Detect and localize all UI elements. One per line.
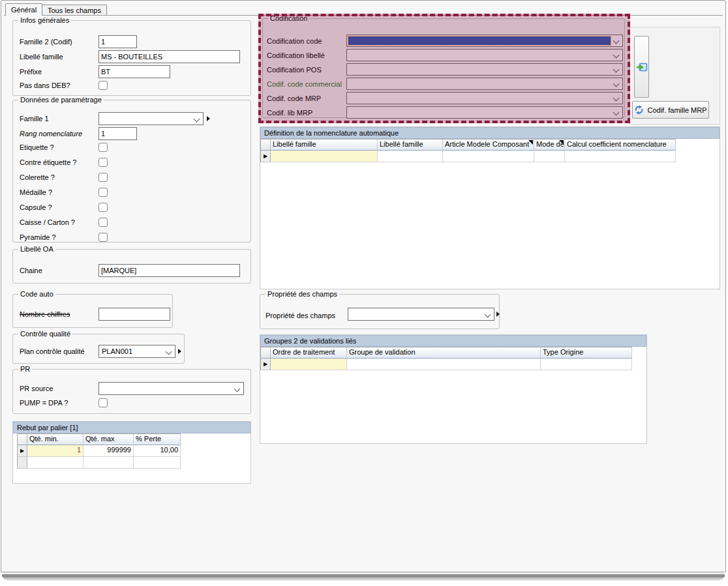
propriete-des-champs-combobox[interactable]: [348, 308, 494, 321]
drill-right-icon[interactable]: [496, 312, 500, 317]
pas-dans-deb-label: Pas dans DEB?: [20, 79, 70, 92]
chaine-input[interactable]: [99, 264, 240, 277]
caisse-carton-label: Caisse / Carton ?: [20, 216, 75, 229]
codification-pos-label: Codification POS: [267, 63, 322, 76]
medaille-checkbox[interactable]: [99, 188, 108, 197]
plan-controle-qualite-label: Plan contrôle qualité: [20, 345, 85, 358]
colerette-checkbox[interactable]: [99, 173, 108, 182]
chaine-label: Chaine: [20, 264, 42, 277]
group-libelle-oa-title: Libellé OA: [18, 245, 55, 254]
rebut-col-qte-max[interactable]: Qté. max: [83, 434, 134, 445]
rebut-cell-qte-min[interactable]: 1: [27, 445, 83, 457]
import-into-box-icon: [636, 61, 648, 73]
rang-nomenclature-input[interactable]: [99, 127, 137, 140]
group-codification: Codification Codification code Codificat…: [262, 18, 625, 118]
nomen-col-mode-de-fab[interactable]: Mode de fab: [534, 139, 565, 151]
empty-cell[interactable]: [134, 457, 181, 469]
rebut-cell-perte[interactable]: 10,00: [134, 445, 181, 457]
group-infos-generales: Infos générales Famille 2 (Codif) Libell…: [12, 20, 251, 96]
chevron-down-icon: [613, 38, 620, 44]
chevron-down-icon: [485, 312, 491, 318]
nomen-col-article-modele-composant[interactable]: Article Modele Composant: [443, 139, 534, 151]
row-selector-cell[interactable]: ▶: [261, 359, 271, 370]
nomen-col-calcul-coefficient[interactable]: Calcul coefficient nomenclature: [565, 139, 676, 151]
tab-tous-les-champs[interactable]: Tous les champs: [42, 5, 107, 15]
plan-controle-qualite-value: PLAN001: [102, 347, 132, 355]
chevron-down-icon: [234, 386, 241, 392]
row-selector-cell[interactable]: ▶: [18, 445, 27, 457]
empty-cell[interactable]: [347, 359, 541, 370]
table-row: ▶: [261, 151, 676, 162]
groupes2-grid: Ordre de traitement Groupe de validation…: [260, 347, 632, 370]
colerette-label: Colerette ?: [20, 171, 55, 184]
pr-source-label: PR source: [20, 382, 53, 395]
group-pr: PR PR source PUMP = DPA ?: [12, 369, 251, 414]
nombre-chiffres-input[interactable]: [99, 308, 170, 321]
chevron-down-icon: [166, 349, 172, 355]
pr-source-combobox[interactable]: [99, 382, 244, 395]
contre-etiquette-checkbox[interactable]: [99, 158, 108, 167]
codif-lib-mrp-combobox[interactable]: [346, 106, 623, 119]
rebut-grid: Qté. min. Qté. max % Perte ▶ 1 999999 10…: [17, 433, 181, 469]
grp2-cell-active[interactable]: [271, 359, 347, 370]
right-button-panel: Codif. famille MRP: [629, 27, 720, 125]
window-bottom-shadow-soft: [7, 579, 720, 581]
codif-code-commercial-combobox[interactable]: [346, 78, 623, 90]
etiquette-checkbox[interactable]: [99, 143, 108, 152]
nomenclature-caption: Définition de la nomenclature automatiqu…: [260, 127, 720, 139]
codification-libelle-label: Codification libellé: [267, 49, 325, 62]
current-row-arrow-icon: ▶: [20, 448, 24, 454]
drill-right-icon[interactable]: [178, 349, 181, 354]
codification-pos-combobox[interactable]: [346, 63, 623, 76]
rebut-col-qte-min[interactable]: Qté. min.: [27, 434, 83, 445]
nomen-col-libelle-famille-1[interactable]: Libellé famille: [271, 139, 378, 151]
rebut-cell-qte-max[interactable]: 999999: [83, 445, 134, 457]
empty-cell[interactable]: [565, 151, 676, 162]
rebut-col-perte[interactable]: % Perte: [134, 434, 181, 445]
prefixe-label: Préfixe: [20, 65, 42, 78]
plan-controle-qualite-combobox[interactable]: PLAN001: [99, 345, 175, 358]
pyramide-checkbox[interactable]: [99, 233, 108, 242]
groupes2-panel: Groupes 2 de validations liés Ordre de t…: [260, 334, 647, 444]
group-infos-generales-title: Infos générales: [18, 16, 71, 25]
drill-right-icon[interactable]: [207, 116, 210, 121]
capsule-checkbox[interactable]: [99, 203, 108, 212]
rebut-caption: Rebut par palier [1]: [13, 422, 250, 433]
pas-dans-deb-checkbox[interactable]: [99, 81, 108, 90]
row-selector-cell[interactable]: ▶: [261, 151, 271, 162]
empty-cell[interactable]: [83, 457, 134, 469]
selected-text-highlight: [348, 37, 611, 45]
empty-cell[interactable]: [27, 457, 83, 469]
empty-cell[interactable]: [541, 359, 632, 370]
nomen-cell-active[interactable]: [271, 151, 378, 162]
transfer-button[interactable]: [634, 36, 649, 98]
libelle-famille-input[interactable]: [99, 50, 240, 63]
codif-famille-mrp-button[interactable]: Codif. famille MRP: [632, 101, 709, 119]
group-pr-title: PR: [18, 365, 32, 374]
grp2-col-type-origine[interactable]: Type Origine: [541, 347, 632, 359]
nombre-chiffres-label: Nombre chiffres: [20, 308, 70, 321]
empty-cell[interactable]: [378, 151, 443, 162]
caisse-carton-checkbox[interactable]: [99, 218, 108, 227]
row-selector-cell[interactable]: [18, 457, 27, 469]
pump-dpa-label: PUMP = DPA ?: [20, 396, 68, 409]
tab-general[interactable]: Général: [5, 3, 42, 16]
etiquette-label: Etiquette ?: [20, 141, 54, 154]
propriete-des-champs-label: Propriété des champs: [265, 309, 335, 322]
codification-libelle-combobox[interactable]: [346, 49, 623, 61]
nomenclature-panel: Définition de la nomenclature automatiqu…: [260, 126, 720, 289]
pump-dpa-checkbox[interactable]: [99, 398, 108, 407]
grp2-col-groupe-validation[interactable]: Groupe de validation: [347, 347, 541, 359]
prefixe-input[interactable]: [99, 65, 170, 78]
libelle-famille-label: Libellé famille: [20, 50, 63, 63]
famille2-input[interactable]: [99, 35, 137, 48]
empty-cell[interactable]: [534, 151, 565, 162]
codification-code-combobox[interactable]: [346, 35, 623, 47]
empty-cell[interactable]: [443, 151, 534, 162]
famille1-combobox[interactable]: [99, 112, 204, 125]
codification-code-label: Codification code: [267, 35, 322, 48]
nomen-col-libelle-famille-2[interactable]: Libellé famille: [378, 139, 443, 151]
chevron-down-icon: [194, 116, 200, 123]
codif-code-mrp-combobox[interactable]: [346, 92, 623, 104]
grp2-col-ordre-traitement[interactable]: Ordre de traitement: [271, 347, 347, 359]
